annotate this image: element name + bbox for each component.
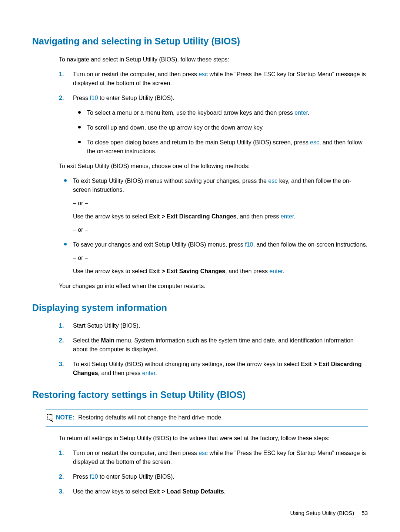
key-f10: f10 [90, 474, 98, 480]
note-rule-top [46, 409, 368, 409]
key-f10: f10 [245, 241, 253, 248]
heading-navigating: Navigating and selecting in Setup Utilit… [32, 34, 368, 48]
key-enter: enter [294, 110, 308, 116]
key-esc: esc [268, 178, 277, 184]
exit-method-2-alt: Use the arrow keys to select Exit > Exit… [73, 267, 368, 276]
key-f10: f10 [90, 95, 98, 101]
step-number: 1. [59, 449, 64, 458]
exit-method-1: To exit Setup Utility (BIOS) menus witho… [59, 177, 368, 234]
key-esc: esc [199, 71, 208, 77]
key-esc: esc [310, 139, 319, 145]
nav-steps: 1. Turn on or restart the computer, and … [59, 70, 368, 156]
menu-main: Main [101, 337, 114, 344]
note-rule-bottom [46, 426, 368, 427]
nav-bullet-3: To close open dialog boxes and return to… [73, 138, 368, 156]
step-text: Turn on or restart the computer, and the… [73, 450, 366, 465]
rest-steps: 1. Turn on or restart the computer, and … [59, 449, 368, 496]
page-number: 53 [361, 510, 368, 516]
rest-step-1: 1. Turn on or restart the computer, and … [59, 449, 368, 466]
key-enter: enter [269, 268, 283, 274]
step-number: 1. [59, 321, 64, 330]
step-number: 3. [59, 487, 64, 496]
menu-path: Exit > Load Setup Defaults [149, 488, 224, 495]
heading-displaying: Displaying system information [32, 301, 368, 315]
step-number: 2. [59, 472, 64, 481]
footer-label: Using Setup Utility (BIOS) [290, 510, 354, 516]
note-box: NOTE: Restoring defaults will not change… [46, 409, 368, 427]
step-text: To exit Setup Utility (BIOS) without cha… [73, 361, 361, 376]
step-number: 2. [59, 336, 64, 345]
nav-intro: To navigate and select in Setup Utility … [59, 55, 368, 64]
step-text: Press f10 to enter Setup Utility (BIOS). [73, 95, 174, 101]
or-divider: – or – [73, 199, 368, 208]
menu-path: Exit > Exit Saving Changes [149, 268, 225, 274]
nav-outro: Your changes go into effect when the com… [59, 282, 368, 291]
page-content: Navigating and selecting in Setup Utilit… [0, 0, 400, 517]
exit-method-1-alt: Use the arrow keys to select Exit > Exit… [73, 212, 368, 221]
note-content: NOTE: Restoring defaults will not change… [46, 412, 368, 424]
step-text: Select the Main menu. System information… [73, 337, 354, 352]
step-number: 2. [59, 94, 64, 103]
nav-step-2: 2. Press f10 to enter Setup Utility (BIO… [59, 94, 368, 156]
exit-methods: To exit Setup Utility (BIOS) menus witho… [59, 177, 368, 276]
rest-step-2: 2. Press f10 to enter Setup Utility (BIO… [59, 472, 368, 481]
rest-step-3: 3. Use the arrow keys to select Exit > L… [59, 487, 368, 496]
nav-step-1: 1. Turn on or restart the computer, and … [59, 70, 368, 88]
or-divider: – or – [73, 254, 368, 262]
disp-steps: 1. Start Setup Utility (BIOS). 2. Select… [59, 321, 368, 378]
exit-intro: To exit Setup Utility (BIOS) menus, choo… [59, 162, 368, 171]
key-esc: esc [199, 450, 208, 456]
step-number: 3. [59, 360, 64, 369]
nav-bullet-2: To scroll up and down, use the up arrow … [73, 123, 368, 132]
note-label: NOTE: [56, 414, 74, 421]
or-divider: – or – [73, 225, 368, 234]
step-text: Press f10 to enter Setup Utility (BIOS). [73, 474, 174, 480]
step-number: 1. [59, 70, 64, 79]
page-footer: Using Setup Utility (BIOS) 53 [290, 509, 368, 518]
note-icon [46, 413, 55, 423]
step-text: Start Setup Utility (BIOS). [73, 322, 140, 329]
note-text-wrap: NOTE: Restoring defaults will not change… [56, 413, 223, 422]
key-enter: enter [142, 370, 156, 376]
menu-path: Exit > Exit Discarding Changes [149, 213, 236, 220]
nav-bullet-1: To select a menu or a menu item, use the… [73, 108, 368, 117]
step-text: Use the arrow keys to select Exit > Load… [73, 488, 226, 495]
heading-restoring: Restoring factory settings in Setup Util… [32, 388, 368, 402]
step-text: Turn on or restart the computer, and the… [73, 71, 366, 86]
exit-method-2: To save your changes and exit Setup Util… [59, 240, 368, 276]
nav-sub-bullets: To select a menu or a menu item, use the… [73, 108, 368, 156]
disp-step-2: 2. Select the Main menu. System informat… [59, 336, 368, 354]
rest-intro: To return all settings in Setup Utility … [59, 434, 368, 443]
disp-step-1: 1. Start Setup Utility (BIOS). [59, 321, 368, 330]
disp-step-3: 3. To exit Setup Utility (BIOS) without … [59, 360, 368, 378]
note-text: Restoring defaults will not change the h… [78, 414, 223, 421]
key-enter: enter [281, 213, 294, 220]
